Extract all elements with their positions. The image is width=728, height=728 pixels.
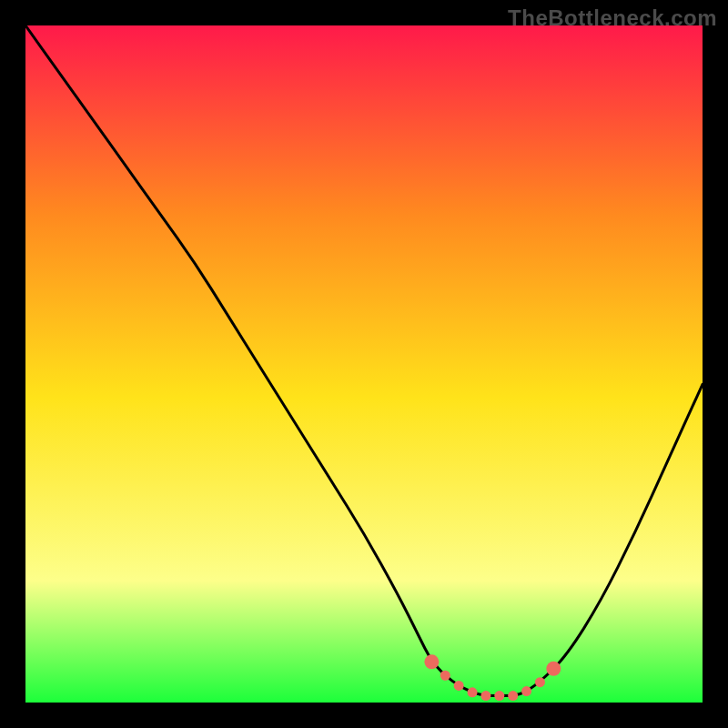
- highlight-dot: [508, 691, 518, 701]
- highlight-dot: [454, 681, 464, 691]
- plot-area: [25, 25, 703, 703]
- highlight-dot: [440, 671, 450, 681]
- highlight-dot: [535, 677, 545, 687]
- highlight-dot: [424, 654, 439, 669]
- highlight-dot: [468, 687, 478, 697]
- highlight-dot: [521, 686, 531, 696]
- bottleneck-chart: [25, 25, 703, 703]
- chart-frame: TheBottleneck.com: [0, 0, 728, 728]
- highlight-dot: [494, 691, 504, 701]
- highlight-dot: [546, 662, 561, 676]
- highlight-dot: [480, 691, 490, 701]
